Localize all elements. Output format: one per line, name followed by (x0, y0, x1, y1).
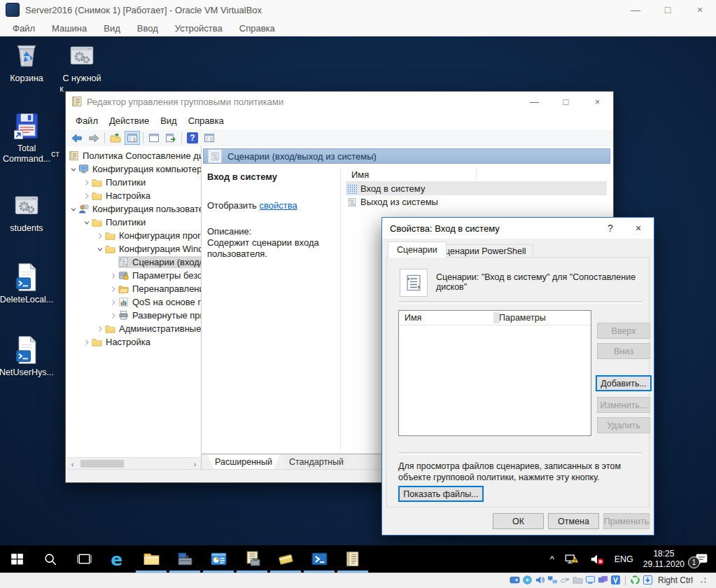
column-name[interactable]: Имя (399, 311, 493, 325)
tree-item-administrative-templates[interactable]: Административные (95, 322, 202, 335)
tree-item-deployed-printers[interactable]: Развернутые при (108, 309, 202, 322)
scrollbar-thumb[interactable] (80, 460, 124, 468)
gpme-close-button[interactable]: × (582, 92, 613, 111)
edit-button[interactable]: Изменить... (597, 397, 650, 413)
new-window-button[interactable] (202, 131, 217, 145)
taskbar-edge[interactable] (101, 545, 134, 573)
taskbar-server-manager[interactable] (168, 545, 202, 573)
virtualbox-features-icon[interactable] (610, 575, 621, 585)
desktop-icon-s-nuzhnoy[interactable]: С нужной к (52, 42, 111, 94)
expander-collapsed-icon[interactable] (82, 192, 92, 200)
up-button[interactable]: Вверх (597, 323, 650, 339)
usb-devices-icon[interactable] (560, 575, 570, 585)
tree-item-user-policies[interactable]: Политики (82, 216, 148, 229)
forward-button[interactable] (86, 131, 101, 145)
gpme-menu-help[interactable]: Справка (183, 115, 230, 126)
gpme-minimize-button[interactable]: — (519, 92, 550, 111)
taskbar-address-book[interactable] (269, 545, 302, 573)
tree-horizontal-scrollbar[interactable]: ‹ › (66, 457, 201, 470)
tree-item-security-settings[interactable]: Параметры безо (108, 269, 202, 282)
display-icon[interactable] (585, 575, 596, 585)
action-center-button[interactable]: 1 (689, 545, 716, 573)
host-close-button[interactable]: × (684, 0, 716, 20)
column-parameters[interactable]: Параметры (493, 311, 546, 325)
tree-item-policies[interactable]: Политики (82, 176, 148, 189)
gpme-menu-file[interactable]: Файл (70, 115, 104, 126)
optical-drives-icon[interactable] (522, 575, 533, 585)
taskbar-file-explorer[interactable] (134, 545, 168, 573)
taskbar-powershell[interactable] (302, 545, 336, 573)
expander-collapsed-icon[interactable] (95, 325, 105, 333)
desktop-icon-recycle-bin[interactable]: Корзина (0, 41, 56, 84)
tree-item-user-preferences[interactable]: Настройка (82, 335, 153, 349)
tree-item-folder-redirection[interactable]: Перенаправлени (108, 282, 202, 295)
expander-expanded-icon[interactable] (82, 218, 92, 227)
desktop-icon-netuserhys[interactable]: NetUserHys... (0, 335, 56, 378)
dialog-scripts-list[interactable]: Имя Параметры (398, 310, 591, 436)
list-header[interactable]: Имя (346, 167, 607, 182)
task-view-button[interactable] (67, 545, 101, 573)
down-button[interactable]: Вниз (597, 343, 650, 359)
keyboard-capture-icon[interactable] (643, 575, 653, 585)
taskbar-management-console[interactable] (202, 545, 235, 573)
language-indicator[interactable]: ENG (610, 545, 638, 573)
hard-disks-icon[interactable] (510, 575, 520, 585)
tree-item-scripts-selected[interactable]: Сценарии (вход/ (118, 255, 202, 269)
back-button[interactable] (69, 131, 85, 145)
expander-expanded-icon[interactable] (95, 245, 105, 253)
gpme-menu-view[interactable]: Вид (155, 115, 183, 126)
tree-item-preferences[interactable]: Настройка (82, 189, 153, 202)
tree-item-windows-settings[interactable]: Конфигурация Wind (95, 242, 202, 255)
tree-item-user-configuration[interactable]: Конфигурация пользовате (69, 202, 202, 216)
search-button[interactable] (34, 545, 67, 573)
scroll-left-arrow[interactable]: ‹ (66, 460, 78, 468)
up-one-level-button[interactable] (108, 131, 123, 145)
taskbar-policy-editor[interactable] (336, 545, 370, 573)
tab-extended[interactable]: Расширенный (207, 454, 280, 469)
gpme-maximize-button[interactable]: □ (550, 92, 582, 111)
tab-standard[interactable]: Стандартный (281, 454, 351, 469)
apply-button[interactable]: Применить (603, 513, 650, 529)
expander-collapsed-icon[interactable] (108, 298, 118, 307)
scroll-right-arrow[interactable]: › (189, 460, 201, 468)
add-button[interactable]: Добавить... (596, 375, 652, 391)
show-console-tree-button[interactable] (125, 131, 140, 145)
expander-collapsed-icon[interactable] (82, 178, 92, 187)
expander-expanded-icon[interactable] (69, 165, 78, 174)
tree-item-policy-root[interactable]: Политика Сопоставление дис (69, 149, 202, 162)
start-button[interactable] (0, 545, 34, 573)
mouse-integration-icon[interactable] (630, 575, 640, 585)
tab-scripts-powershell[interactable]: Сценарии PowerShell (431, 244, 533, 258)
network-status-icon[interactable] (559, 545, 584, 573)
expander-expanded-icon[interactable] (69, 205, 78, 214)
clock[interactable]: 18:25 29.11.2020 (638, 545, 689, 573)
expander-collapsed-icon[interactable] (108, 272, 118, 280)
expander-collapsed-icon[interactable] (82, 338, 92, 346)
dialog-titlebar[interactable]: Свойства: Вход в систему ? × (382, 218, 654, 239)
properties-link[interactable]: свойства (259, 200, 297, 211)
network-adapters-icon[interactable] (547, 575, 558, 585)
gpme-titlebar[interactable]: Редактор управления групповыми политикам… (66, 92, 613, 111)
help-button[interactable]: ? (185, 131, 200, 145)
expander-collapsed-icon[interactable] (95, 232, 105, 240)
column-divider[interactable] (493, 312, 500, 323)
tree-item-policy-qos[interactable]: QoS на основе п (108, 295, 202, 309)
desktop-icon-deletelocal[interactable]: DeleteLocal... (0, 262, 56, 305)
host-maximize-button[interactable]: □ (652, 0, 684, 20)
host-menu-view[interactable]: Вид (95, 23, 129, 34)
host-menu-file[interactable]: Файл (4, 23, 43, 34)
tree-item-software-settings[interactable]: Конфигурация прог (95, 229, 202, 242)
ok-button[interactable]: ОК (493, 513, 544, 529)
export-list-button[interactable] (163, 131, 178, 145)
dialog-close-button[interactable]: × (624, 218, 652, 239)
tray-expand-chevron[interactable]: ^ (545, 545, 559, 573)
tree-item-computer-configuration[interactable]: Конфигурация компьютер (69, 162, 202, 176)
dialog-help-button[interactable]: ? (596, 218, 624, 239)
tab-scripts[interactable]: Сценарии (388, 241, 447, 258)
list-item-logon[interactable]: Вход в систему (346, 182, 607, 195)
recording-icon[interactable] (598, 575, 608, 585)
desktop-icon-total-commander[interactable]: Total Command... (0, 111, 56, 164)
cancel-button[interactable]: Отмена (548, 513, 599, 529)
show-files-button[interactable]: Показать файлы... (398, 486, 484, 502)
gpme-menu-action[interactable]: Действие (104, 115, 155, 126)
